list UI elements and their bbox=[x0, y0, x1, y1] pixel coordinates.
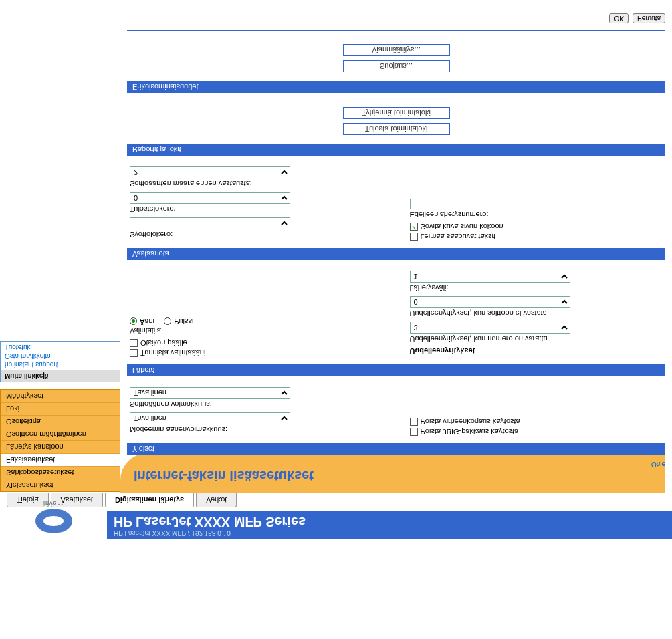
interval-select[interactable]: 1 bbox=[410, 271, 570, 283]
nav-addressing[interactable]: Osoitteen määrittäminen bbox=[1, 428, 120, 440]
sidebar-nav: Yleisasetukset Sähköpostiasetukset Faksi… bbox=[0, 389, 120, 492]
in-tray-label: Syöttölokero: bbox=[130, 231, 383, 239]
logo-area: invent bbox=[13, 500, 94, 533]
fwd-input[interactable] bbox=[410, 199, 570, 209]
nav-prefs[interactable]: Määritykset bbox=[1, 390, 120, 402]
jbig-label: Poista JBIG-pakkaus käytöstä bbox=[421, 428, 519, 436]
detect-tone-label: Tunnista valintaääni bbox=[140, 349, 205, 357]
header-bar: HP LaserJet XXXX MFP / 192.168.0.10 HP L… bbox=[107, 511, 672, 539]
link-buy-supplies[interactable]: Osta tarvikkeita bbox=[5, 352, 116, 360]
retry-busy-select[interactable]: 3 bbox=[410, 322, 570, 334]
retry-noans-label: Uudelleenyritykset, kun soittoon ei vast… bbox=[410, 309, 663, 317]
modem-vol-select[interactable]: Tavallinen bbox=[130, 412, 290, 424]
rings-select[interactable]: 2 bbox=[130, 166, 290, 178]
nav-email[interactable]: Sähköpostiasetukset bbox=[1, 466, 120, 479]
tone-label: Ääni bbox=[140, 317, 154, 326]
section-reports-title: Raportit ja lokit bbox=[127, 144, 665, 156]
tabs: Tietoja Asetukset Digitaalinen lähetys V… bbox=[7, 493, 672, 507]
section-send-title: Lähetä bbox=[127, 364, 665, 376]
security-button[interactable]: Suojaus... bbox=[343, 60, 450, 72]
out-tray-select[interactable]: 0 bbox=[130, 192, 290, 204]
ok-button[interactable]: OK bbox=[609, 13, 628, 23]
link-instant-support[interactable]: hp instant support bbox=[5, 360, 116, 369]
other-links-head: Muita linkkejä bbox=[1, 370, 120, 382]
retry-noans-select[interactable]: 0 bbox=[410, 296, 570, 308]
fit-label: Sovita kuva sivun kokoon bbox=[421, 223, 503, 231]
tab-networks[interactable]: Verkot bbox=[196, 493, 237, 507]
err-checkbox[interactable] bbox=[410, 418, 418, 426]
ring-vol-label: Soittoäänen voimakkuus: bbox=[130, 400, 383, 408]
header-sub: HP LaserJet XXXX MFP / 192.168.0.10 bbox=[114, 529, 665, 537]
detect-tone-checkbox[interactable] bbox=[130, 349, 138, 357]
clear-log-button[interactable]: Tyhjennä toimintaloki bbox=[343, 107, 450, 119]
out-tray-label: Tulostelokero: bbox=[130, 205, 383, 213]
section-recv-title: Vastaanota bbox=[127, 248, 665, 260]
section-general-title: Yleiset bbox=[127, 443, 665, 455]
err-label: Poista virheenkorjaus käytöstä bbox=[421, 418, 520, 426]
nav-general[interactable]: Yleisasetukset bbox=[1, 479, 120, 491]
invent-text: invent bbox=[13, 500, 94, 507]
print-log-button[interactable]: Tulosta toimintaloki bbox=[343, 123, 450, 135]
modem-vol-label: Modeemin äänenvoimakkuus: bbox=[130, 426, 383, 434]
section-special-title: Erikoisominaisuudet bbox=[127, 81, 665, 93]
interval-label: Lähetysväli: bbox=[410, 284, 663, 292]
nav-folder[interactable]: Lähetys kansioon bbox=[1, 440, 120, 453]
retry-busy-label: Uudelleenyritykset, kun numero on varatt… bbox=[410, 335, 663, 343]
footer-divider bbox=[127, 30, 665, 31]
page-title: Internet-faksin lisäasetukset bbox=[134, 468, 665, 483]
header-on-checkbox[interactable] bbox=[130, 339, 138, 347]
jbig-checkbox[interactable] bbox=[410, 428, 418, 436]
header-on-label: Otsikon päälle bbox=[140, 339, 187, 347]
other-links-box: Muita linkkejä hp instant support Osta t… bbox=[0, 341, 120, 382]
hp-logo-icon bbox=[35, 509, 72, 533]
nav-fax[interactable]: Faksiasetukset bbox=[1, 453, 120, 466]
help-link[interactable]: Ohje bbox=[127, 461, 665, 468]
pulse-label: Pulssi bbox=[174, 317, 193, 326]
header-title: HP LaserJet XXXX MFP Series bbox=[114, 514, 665, 529]
link-product-support[interactable]: Tuotetuki bbox=[5, 343, 116, 352]
fit-checkbox[interactable] bbox=[410, 223, 418, 231]
retries-label: Uudelleenyritykset bbox=[410, 347, 663, 355]
stamp-label: Leimaa saapuvat faksit bbox=[421, 233, 496, 241]
diag-button[interactable]: Vianmääritys... bbox=[343, 44, 450, 56]
cancel-button[interactable]: Peruuta bbox=[633, 13, 665, 23]
fwd-label: Edelleenlähetysnumero: bbox=[410, 211, 663, 219]
tone-radio[interactable] bbox=[130, 318, 137, 326]
in-tray-select[interactable] bbox=[130, 217, 290, 229]
pulse-radio[interactable] bbox=[164, 318, 171, 326]
rings-label: Soittoäänten määrä ennen vastausta: bbox=[130, 180, 383, 188]
nav-log[interactable]: Loki bbox=[1, 402, 120, 415]
ring-vol-select[interactable]: Tavallinen bbox=[130, 387, 290, 399]
tab-digital-send[interactable]: Digitaalinen lähetys bbox=[105, 493, 194, 507]
nav-addressbook[interactable]: Osoitekirja bbox=[1, 415, 120, 428]
dial-mode-label: Valintatila bbox=[130, 327, 383, 335]
stamp-checkbox[interactable] bbox=[410, 233, 418, 241]
